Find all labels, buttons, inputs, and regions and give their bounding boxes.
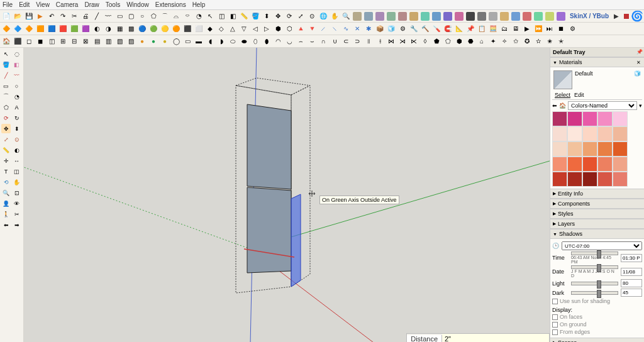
details-icon[interactable]: ▾ bbox=[639, 102, 642, 109]
time-value[interactable] bbox=[621, 254, 642, 262]
freehand2-icon[interactable]: 〰 bbox=[12, 70, 21, 80]
t3-31-icon[interactable]: ⊂ bbox=[341, 36, 351, 47]
ext11-icon[interactable] bbox=[465, 11, 475, 21]
redo-icon[interactable]: ↷ bbox=[58, 11, 68, 21]
t2-6-icon[interactable]: 🟥 bbox=[58, 24, 68, 34]
followme-icon[interactable]: ↻ bbox=[12, 113, 21, 123]
t3-37-icon[interactable]: ⋉ bbox=[409, 36, 419, 47]
light-value[interactable] bbox=[621, 279, 642, 287]
position-cam-icon[interactable]: 👤 bbox=[1, 199, 11, 208]
line-tool2-icon[interactable]: ╱ bbox=[1, 70, 11, 80]
t3-45-icon[interactable]: ✧ bbox=[499, 36, 509, 47]
arc-tool-icon[interactable]: ⌒ bbox=[1, 92, 11, 101]
t2-4-icon[interactable]: 🟧 bbox=[35, 24, 45, 34]
component-icon[interactable]: ◫ bbox=[216, 11, 226, 21]
t2-3-icon[interactable]: 🔶 bbox=[24, 24, 34, 34]
date-slider[interactable] bbox=[571, 265, 618, 269]
t3-1-icon[interactable]: 🏠 bbox=[1, 36, 11, 47]
pie-icon[interactable]: ◔ bbox=[194, 11, 204, 21]
ext9-icon[interactable] bbox=[443, 11, 453, 21]
pie-tool-icon[interactable]: ◔ bbox=[12, 92, 21, 101]
t2-14-icon[interactable]: 🟢 bbox=[148, 24, 158, 34]
t3-21-icon[interactable]: ⬭ bbox=[228, 36, 238, 47]
t2-31-icon[interactable]: ∿ bbox=[341, 24, 351, 34]
rotate-icon[interactable]: ⟳ bbox=[284, 11, 294, 21]
menu-draw[interactable]: Draw bbox=[84, 1, 99, 8]
swatch-4[interactable] bbox=[613, 111, 628, 126]
section-icon[interactable]: ◫ bbox=[12, 167, 21, 176]
t3-32-icon[interactable]: ⊃ bbox=[352, 36, 362, 47]
t2-19-icon[interactable]: ◆ bbox=[205, 24, 215, 34]
time-slider[interactable] bbox=[571, 251, 618, 255]
t2-29-icon[interactable]: ⟋ bbox=[318, 24, 328, 34]
t2-5-icon[interactable]: 🟦 bbox=[47, 24, 57, 34]
3dtext-icon[interactable]: A bbox=[12, 102, 21, 112]
open-file-icon[interactable]: 📂 bbox=[13, 11, 23, 21]
prev-icon[interactable]: ⬅ bbox=[1, 220, 11, 229]
swatch-21[interactable] bbox=[567, 172, 582, 187]
t2-34-icon[interactable]: 📦 bbox=[375, 24, 385, 34]
t2-48-icon[interactable]: ⏩ bbox=[533, 24, 543, 34]
t2-35-icon[interactable]: 🧊 bbox=[386, 24, 396, 34]
tape2-icon[interactable]: 📏 bbox=[1, 145, 11, 155]
t2-47-icon[interactable]: ▶ bbox=[522, 24, 532, 34]
t2-settings-icon[interactable]: ⚙ bbox=[567, 24, 577, 34]
t3-9-icon[interactable]: ▤ bbox=[92, 36, 102, 47]
t3-16-icon[interactable]: ◯ bbox=[171, 36, 181, 47]
on-ground-checkbox[interactable]: On ground bbox=[552, 321, 642, 328]
t3-7-icon[interactable]: ⊟ bbox=[69, 36, 79, 47]
t2-37-icon[interactable]: 🔧 bbox=[409, 24, 419, 34]
select-tool-icon[interactable]: ↖ bbox=[1, 49, 11, 58]
scenes-header[interactable]: ▶Scenes bbox=[550, 338, 644, 342]
t3-18-icon[interactable]: ▬ bbox=[194, 36, 204, 47]
t3-28-icon[interactable]: ⌣ bbox=[307, 36, 317, 47]
swatch-22[interactable] bbox=[582, 172, 597, 187]
menu-window[interactable]: Window bbox=[126, 1, 149, 8]
t2-25-icon[interactable]: ⬢ bbox=[273, 24, 283, 34]
ext6-icon[interactable] bbox=[409, 11, 419, 21]
t2-11-icon[interactable]: ▦ bbox=[114, 24, 125, 34]
swatch-18[interactable] bbox=[597, 157, 613, 172]
t3-10-icon[interactable]: ▥ bbox=[103, 36, 113, 47]
menu-tools[interactable]: Tools bbox=[106, 1, 120, 8]
materials-tab-select[interactable]: Select bbox=[555, 92, 570, 98]
paint-icon[interactable]: 🪣 bbox=[250, 11, 260, 21]
t2-15-icon[interactable]: 🟡 bbox=[160, 24, 170, 34]
shadow-toggle-icon[interactable]: 🕒 bbox=[552, 243, 559, 249]
on-faces-checkbox[interactable]: On faces bbox=[552, 313, 642, 321]
materials-tab-edit[interactable]: Edit bbox=[574, 92, 584, 98]
next-icon[interactable]: ➡ bbox=[12, 220, 21, 229]
paint-tool-icon[interactable]: 🪣 bbox=[1, 60, 11, 69]
t3-40-icon[interactable]: ⬠ bbox=[443, 36, 453, 47]
swatch-14[interactable] bbox=[613, 141, 628, 157]
swatch-13[interactable] bbox=[597, 141, 613, 157]
move-icon[interactable]: ✥ bbox=[273, 11, 283, 21]
zoomwin-icon[interactable]: ⊡ bbox=[12, 188, 21, 197]
move-tool-icon[interactable]: ✥ bbox=[1, 124, 11, 133]
swatch-8[interactable] bbox=[597, 126, 613, 141]
t3-38-icon[interactable]: ◊ bbox=[420, 36, 430, 47]
t2-10-icon[interactable]: ◑ bbox=[103, 24, 113, 34]
swatch-11[interactable] bbox=[567, 141, 582, 157]
vcb-input[interactable] bbox=[442, 334, 549, 342]
rounded-rect-icon[interactable]: ▢ bbox=[126, 11, 136, 21]
t3-27-icon[interactable]: ⌢ bbox=[296, 36, 306, 47]
t2-1-icon[interactable]: 🔶 bbox=[1, 24, 11, 34]
t2-16-icon[interactable]: 🟠 bbox=[171, 24, 181, 34]
components-header[interactable]: ▶Components bbox=[550, 199, 644, 209]
tray-title-bar[interactable]: Default Tray 📌 bbox=[550, 48, 644, 57]
t3-15-icon[interactable]: ● bbox=[160, 36, 170, 47]
t3-35-icon[interactable]: ⋈ bbox=[386, 36, 396, 47]
t2-41-icon[interactable]: 📐 bbox=[454, 24, 464, 34]
t2-28-icon[interactable]: 🔻 bbox=[307, 24, 317, 34]
circle-icon[interactable]: ○ bbox=[137, 11, 147, 21]
t2-26-icon[interactable]: ⬡ bbox=[284, 24, 294, 34]
t2-2-icon[interactable]: 🔷 bbox=[13, 24, 23, 34]
t3-44-icon[interactable]: ✦ bbox=[488, 36, 498, 47]
swatch-24[interactable] bbox=[613, 172, 628, 187]
t2-44-icon[interactable]: 🧮 bbox=[488, 24, 498, 34]
use-sun-checkbox[interactable]: Use sun for shading bbox=[552, 297, 642, 305]
date-value[interactable] bbox=[621, 268, 642, 276]
walk-icon[interactable]: 🚶 bbox=[1, 209, 11, 219]
t3-11-icon[interactable]: ▧ bbox=[114, 36, 125, 47]
